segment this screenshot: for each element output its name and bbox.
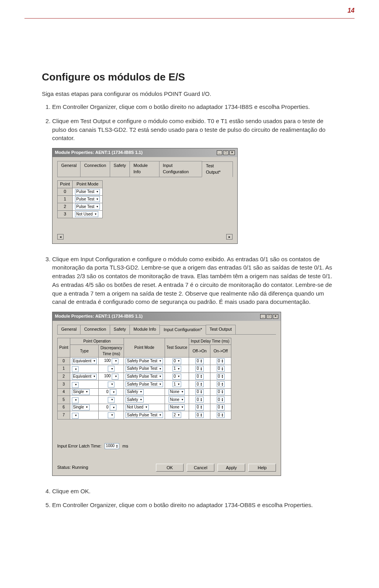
close-button[interactable]: × — [273, 314, 278, 319]
test-cell[interactable]: 0▼ — [165, 358, 189, 365]
mode-cell[interactable]: Safety Pulse Test▼ — [124, 358, 165, 365]
type-cell[interactable]: ▼ — [70, 380, 99, 389]
disc-cell[interactable]: ▼ — [99, 365, 124, 373]
mode-cell[interactable]: Not Used▼ — [124, 404, 165, 411]
onoff-cell[interactable]: 0▲▼ — [210, 396, 231, 404]
tab-test-output[interactable]: Test Output — [206, 325, 236, 334]
mode-cell[interactable]: Safety Pulse Test▼ — [124, 380, 165, 389]
type-cell[interactable]: Equivalent▼ — [70, 373, 99, 380]
row-index: 7 — [58, 411, 70, 419]
minimize-button[interactable]: _ — [260, 314, 266, 319]
scroll-left-icon[interactable]: ◂ — [57, 234, 64, 240]
test-cell[interactable]: None▼ — [165, 388, 189, 396]
onoff-cell[interactable]: 0▲▼ — [210, 404, 231, 411]
row-index: 4 — [58, 388, 70, 396]
step-1: Em Controller Organizer, clique com o bo… — [52, 103, 337, 111]
offon-cell[interactable]: 0▲▼ — [189, 373, 210, 380]
disc-cell[interactable]: ▼ — [99, 396, 124, 404]
onoff-cell[interactable]: 0▲▼ — [210, 365, 231, 373]
offon-cell[interactable]: 0▲▼ — [189, 380, 210, 389]
disc-cell[interactable]: 0 ▼ — [99, 404, 124, 411]
tab-module-info[interactable]: Module Info — [129, 325, 160, 334]
test-cell[interactable]: 0▼ — [165, 373, 189, 380]
tab-safety[interactable]: Safety — [110, 161, 130, 177]
onoff-cell[interactable]: 0▲▼ — [210, 388, 231, 396]
type-cell[interactable]: ▼ — [70, 411, 99, 419]
onoff-cell[interactable]: 0▲▼ — [210, 373, 231, 380]
col-point-operation: Point Operation — [70, 338, 124, 345]
table-row: 4Single▼0 ▼Safety▼None▼0▲▼0▲▼ — [58, 388, 231, 396]
mode-cell[interactable]: Safety Pulse Test▼ — [124, 411, 165, 419]
disc-cell[interactable]: ▼ — [99, 380, 124, 389]
col-point: Point — [58, 338, 70, 358]
type-cell[interactable]: Equivalent▼ — [70, 358, 99, 365]
disc-cell[interactable]: 100 ▼ — [99, 358, 124, 365]
onoff-cell[interactable]: 0▲▼ — [210, 380, 231, 389]
titlebar[interactable]: Module Properties: AENT:1 (1734-IB8S 1.1… — [53, 312, 281, 321]
tabs-row: General Connection Safety Module Info In… — [57, 161, 233, 177]
point-mode-select: Not Used▼ — [75, 211, 98, 217]
tab-input-config[interactable]: Input Configuration — [159, 161, 203, 177]
mode-cell[interactable]: Safety▼ — [124, 396, 165, 404]
test-cell[interactable]: 1▼ — [165, 365, 189, 373]
help-button[interactable]: Help — [248, 464, 276, 472]
type-cell[interactable]: ▼ — [70, 396, 99, 404]
maximize-button[interactable]: □ — [223, 150, 229, 155]
test-cell[interactable]: 1▼ — [165, 380, 189, 389]
disc-cell[interactable]: 100 ▼ — [99, 373, 124, 380]
tab-general[interactable]: General — [57, 325, 81, 334]
onoff-cell[interactable]: 0▲▼ — [210, 411, 231, 419]
tab-connection[interactable]: Connection — [80, 325, 110, 334]
test-cell[interactable]: 2▼ — [165, 411, 189, 419]
mode-cell[interactable]: Safety▼ — [124, 388, 165, 396]
col-type: Type — [70, 345, 99, 358]
type-cell[interactable]: Single▼ — [70, 388, 99, 396]
tab-input-config[interactable]: Input Configuration* — [159, 325, 206, 335]
titlebar[interactable]: Module Properties: AENT:1 (1734-IB8S 1.1… — [53, 148, 237, 157]
input-config-table: Point Point Operation Point Mode Test So… — [57, 338, 231, 419]
tab-safety[interactable]: Safety — [110, 325, 130, 334]
cancel-button[interactable]: Cancel — [187, 464, 214, 472]
offon-cell[interactable]: 0▲▼ — [189, 396, 210, 404]
offon-cell[interactable]: 0▲▼ — [189, 404, 210, 411]
input-error-latch-row: Input Error Latch Time: 1000 ▲▼ ms — [57, 443, 276, 449]
disc-cell[interactable]: 0 ▼ — [99, 388, 124, 396]
type-cell[interactable]: ▼ — [70, 365, 99, 373]
tabs-row: General Connection Safety Module Info In… — [57, 325, 276, 335]
tab-general[interactable]: General — [57, 161, 81, 177]
table-row: 2 Pulse Test▼ — [58, 203, 103, 210]
scrollbar[interactable]: ◂ ▸ — [57, 234, 233, 240]
row-index: 1 — [58, 365, 70, 373]
mode-cell[interactable]: Safety Pulse Test▼ — [124, 365, 165, 373]
test-cell[interactable]: None▼ — [165, 404, 189, 411]
tab-module-info[interactable]: Module Info — [129, 161, 159, 177]
tab-test-output[interactable]: Test Output* — [202, 161, 233, 177]
maximize-button[interactable]: □ — [266, 314, 272, 319]
scroll-right-icon[interactable]: ▸ — [226, 234, 233, 240]
test-cell[interactable]: None▼ — [165, 396, 189, 404]
latch-time-input[interactable]: 1000 ▲▼ — [105, 443, 119, 449]
latch-unit: ms — [122, 443, 128, 449]
type-cell[interactable]: Single▼ — [70, 404, 99, 411]
window-buttons: _ □ × — [260, 314, 278, 319]
point-mode-select: Pulse Test▼ — [75, 189, 100, 195]
offon-cell[interactable]: 0▲▼ — [189, 411, 210, 419]
close-button[interactable]: × — [229, 150, 235, 155]
section-title: Configure os módulos de E/S — [42, 71, 337, 83]
table-row: 6Single▼0 ▼Not Used▼None▼0▲▼0▲▼ — [58, 404, 231, 411]
apply-button[interactable]: Apply — [218, 464, 245, 472]
mode-cell[interactable]: Safety Pulse Test▼ — [124, 373, 165, 380]
module-properties-dialog-2: Module Properties: AENT:1 (1734-IB8S 1.1… — [52, 312, 281, 476]
row-index: 3 — [58, 380, 70, 389]
tab-connection[interactable]: Connection — [80, 161, 110, 177]
dialog-buttons: OK Cancel Apply Help — [156, 464, 276, 472]
offon-cell[interactable]: 0▲▼ — [189, 365, 210, 373]
offon-cell[interactable]: 0▲▼ — [189, 358, 210, 365]
disc-cell[interactable]: ▼ — [99, 411, 124, 419]
onoff-cell[interactable]: 0▲▼ — [210, 358, 231, 365]
offon-cell[interactable]: 0▲▼ — [189, 388, 210, 396]
content: Configure os módulos de E/S Siga estas e… — [42, 71, 337, 515]
ok-button[interactable]: OK — [156, 464, 184, 472]
minimize-button[interactable]: _ — [217, 150, 222, 155]
table-row: 0Equivalent▼100 ▼Safety Pulse Test▼0▼0▲▼… — [58, 358, 231, 365]
